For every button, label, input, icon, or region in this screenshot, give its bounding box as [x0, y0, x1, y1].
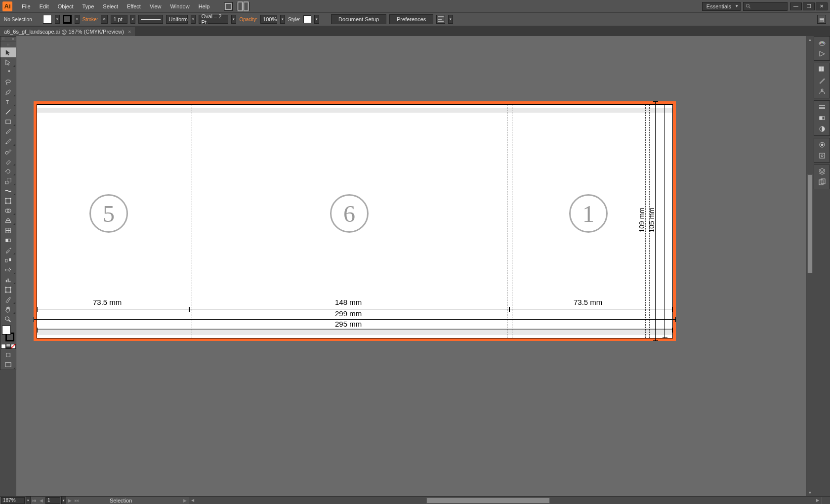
width-tool[interactable] [0, 186, 16, 196]
opacity-label[interactable]: Opacity: [239, 17, 257, 22]
draw-mode-normal[interactable] [0, 350, 16, 360]
zoom-tool[interactable] [0, 314, 16, 324]
pen-tool[interactable] [0, 87, 16, 97]
last-artboard-button[interactable]: ⏭ [73, 497, 80, 504]
preferences-button[interactable]: Preferences [389, 14, 433, 24]
magic-wand-tool[interactable] [0, 67, 16, 77]
direct-selection-tool[interactable] [0, 57, 16, 67]
menu-help[interactable]: Help [194, 1, 214, 11]
menu-type[interactable]: Type [78, 1, 99, 11]
status-menu-icon[interactable]: ▶ [181, 497, 188, 504]
stroke-dropdown[interactable]: ▾ [75, 15, 80, 24]
lasso-tool[interactable] [0, 77, 16, 87]
menu-object[interactable]: Object [53, 1, 78, 11]
graphic-styles-panel-icon[interactable] [814, 150, 830, 161]
rotate-tool[interactable] [0, 166, 16, 176]
pencil-tool[interactable] [0, 136, 16, 146]
fill-color-icon[interactable] [2, 326, 11, 335]
panel-grip-icon[interactable]: ⠿ [2, 37, 4, 42]
blend-tool[interactable] [0, 255, 16, 265]
brush-dropdown[interactable]: ▾ [231, 15, 236, 24]
scroll-right-icon[interactable]: ▶ [814, 497, 821, 504]
brush-definition[interactable]: Oval – 2 Pt. [199, 15, 228, 24]
artboard-tool[interactable] [0, 285, 16, 294]
eraser-tool[interactable] [0, 156, 16, 166]
stroke-label[interactable]: Stroke: [83, 17, 98, 22]
scroll-down-icon[interactable]: ▼ [806, 489, 814, 496]
opacity-input[interactable]: 100% [260, 15, 277, 24]
transparency-panel-icon[interactable] [814, 124, 830, 134]
blob-brush-tool[interactable] [0, 146, 16, 156]
stroke-swatch[interactable] [63, 15, 72, 24]
vertical-scrollbar[interactable]: ▲ ▼ [806, 36, 814, 496]
fill-stroke-swatches[interactable] [0, 324, 16, 343]
first-artboard-button[interactable]: ⏮ [31, 497, 38, 504]
symbols-panel-icon[interactable] [814, 86, 830, 97]
slice-tool[interactable] [0, 294, 16, 304]
brushes-panel-icon[interactable] [814, 75, 830, 86]
close-button[interactable]: ✕ [816, 2, 828, 10]
selection-tool[interactable] [0, 47, 16, 57]
menu-effect[interactable]: Effect [123, 1, 145, 11]
appearance-panel-icon[interactable] [814, 139, 830, 150]
menu-select[interactable]: Select [98, 1, 123, 11]
stroke-weight-input[interactable]: 1 pt [111, 15, 127, 24]
hand-tool[interactable] [0, 304, 16, 314]
gradient-tool[interactable] [0, 235, 16, 245]
horizontal-scrollbar[interactable]: ◀ ▶ [189, 497, 821, 504]
workspace-switcher[interactable]: Essentials [702, 2, 741, 11]
panel-menu-icon[interactable]: ▤ [817, 15, 826, 24]
rectangle-tool[interactable] [0, 117, 16, 126]
scale-tool[interactable] [0, 176, 16, 186]
menu-view[interactable]: View [145, 1, 166, 11]
arrange-documents-icon[interactable] [224, 2, 233, 11]
paintbrush-tool[interactable] [0, 126, 16, 136]
stroke-panel-icon[interactable] [814, 102, 830, 113]
color-guide-panel-icon[interactable] [814, 48, 830, 59]
stroke-weight-dropdown[interactable]: ▾ [130, 15, 135, 24]
scroll-up-icon[interactable]: ▲ [806, 36, 814, 43]
variable-width-profile[interactable]: Uniform [166, 15, 188, 24]
symbol-sprayer-tool[interactable] [0, 265, 16, 275]
layout-icon[interactable] [237, 2, 249, 11]
zoom-dropdown[interactable]: ▾ [26, 496, 31, 504]
scroll-left-icon[interactable]: ◀ [189, 497, 196, 504]
variable-width-dropdown[interactable]: ▾ [191, 15, 196, 24]
artboard-number-input[interactable]: 1 [45, 497, 60, 504]
align-icon[interactable] [436, 15, 445, 24]
minimize-button[interactable]: — [790, 2, 802, 10]
maximize-button[interactable]: ❐ [803, 2, 815, 10]
line-tool[interactable] [0, 107, 16, 117]
gradient-panel-icon[interactable] [814, 113, 830, 124]
color-mode-row[interactable] [0, 343, 16, 350]
menu-edit[interactable]: Edit [35, 1, 53, 11]
collapse-icon[interactable]: ⠶ [7, 42, 9, 47]
document-setup-button[interactable]: Document Setup [331, 14, 386, 24]
next-artboard-button[interactable]: ▶ [66, 497, 73, 504]
mesh-tool[interactable] [0, 225, 16, 235]
fill-swatch[interactable] [43, 15, 52, 24]
tab-close-icon[interactable]: × [128, 29, 131, 35]
swatches-panel-icon[interactable] [814, 64, 830, 75]
stroke-weight-stepper[interactable]: ≎ [101, 15, 108, 24]
fill-dropdown[interactable]: ▾ [55, 15, 60, 24]
layers-panel-icon[interactable] [814, 166, 830, 177]
horizontal-scroll-thumb[interactable] [426, 498, 550, 504]
artboard-dropdown[interactable]: ▾ [61, 496, 66, 504]
screen-mode[interactable] [0, 360, 16, 370]
document-tab[interactable]: a6_6s_gf_landscape.ai @ 187% (CMYK/Previ… [0, 27, 135, 36]
free-transform-tool[interactable] [0, 196, 16, 206]
type-tool[interactable]: T [0, 97, 16, 107]
vertical-scroll-thumb[interactable] [807, 174, 813, 273]
shape-builder-tool[interactable] [0, 206, 16, 215]
canvas-area[interactable]: 5 6 1 73.5 mm 148 mm 73.5 mm 299 mm 295 … [16, 36, 814, 496]
menu-file[interactable]: File [17, 1, 35, 11]
perspective-grid-tool[interactable] [0, 215, 16, 225]
toolbox-close-icon[interactable]: × [12, 37, 14, 42]
menu-window[interactable]: Window [166, 1, 194, 11]
search-input[interactable] [743, 2, 788, 11]
zoom-level-input[interactable]: 187% [1, 497, 25, 504]
artboards-panel-icon[interactable] [814, 177, 830, 188]
align-dropdown[interactable]: ▾ [448, 15, 453, 24]
eyedropper-tool[interactable] [0, 245, 16, 255]
